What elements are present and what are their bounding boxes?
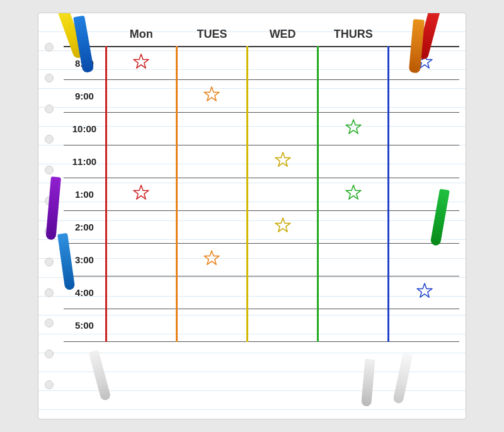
time-cell: 11:00	[64, 145, 106, 178]
header-mon: Mon	[106, 23, 176, 47]
cell-7-thurs	[318, 276, 389, 309]
cell-2-thurs	[318, 112, 389, 145]
schedule-container: Mon TUES WED THURS FRi 8:00 9:00 10:00 1…	[64, 23, 459, 409]
cell-0-wed	[248, 47, 318, 79]
cell-0-tues	[176, 47, 247, 79]
hole-9	[45, 288, 54, 297]
cell-1-fri	[389, 79, 459, 112]
cell-1-mon	[106, 79, 176, 112]
cell-0-thurs	[318, 47, 389, 79]
time-cell: 2:00	[64, 210, 106, 243]
header-tues: TUES	[176, 23, 247, 47]
hole-11	[45, 350, 54, 358]
cell-6-fri	[389, 243, 459, 276]
svg-marker-6	[346, 185, 361, 199]
hole-4	[45, 135, 54, 144]
cell-4-wed	[248, 178, 318, 210]
cell-1-tues	[176, 79, 247, 112]
svg-marker-9	[417, 283, 432, 297]
table-row: 4:00	[64, 276, 459, 309]
cell-2-tues	[176, 112, 247, 145]
cell-5-tues	[176, 210, 247, 243]
cell-4-mon	[106, 178, 176, 210]
cell-2-mon	[106, 112, 176, 145]
cell-5-thurs	[318, 210, 389, 243]
cell-4-tues	[176, 178, 247, 210]
schedule-table: Mon TUES WED THURS FRi 8:00 9:00 10:00 1…	[64, 23, 459, 342]
header-thurs: THURS	[318, 23, 389, 47]
table-row: 5:00	[64, 309, 459, 341]
cell-6-tues	[176, 243, 247, 276]
svg-marker-5	[134, 185, 149, 199]
cell-4-thurs	[318, 178, 389, 210]
cell-5-fri	[389, 210, 459, 243]
cell-5-wed	[248, 210, 318, 243]
hole-12	[45, 380, 54, 389]
cell-3-wed	[248, 145, 318, 178]
table-row: 2:00	[64, 210, 459, 243]
cell-2-wed	[248, 112, 318, 145]
time-cell: 10:00	[64, 112, 106, 145]
cell-6-thurs	[318, 243, 389, 276]
cell-7-mon	[106, 276, 176, 309]
cell-3-mon	[106, 145, 176, 178]
svg-marker-4	[275, 152, 290, 166]
table-row: 9:00	[64, 79, 459, 112]
svg-marker-8	[204, 251, 219, 264]
time-cell: 1:00	[64, 178, 106, 210]
cell-3-fri	[389, 145, 459, 178]
cell-3-thurs	[318, 145, 389, 178]
cell-7-wed	[248, 276, 318, 309]
header-wed: WED	[248, 23, 318, 47]
hole-8	[45, 258, 54, 266]
hole-5	[45, 166, 54, 174]
svg-marker-0	[134, 54, 149, 68]
cell-8-thurs	[318, 309, 389, 341]
hole-1	[45, 43, 54, 52]
hole-3	[45, 105, 54, 113]
cell-6-wed	[248, 243, 318, 276]
cell-7-fri	[389, 276, 459, 309]
table-row: 8:00	[64, 47, 459, 79]
table-row: 3:00	[64, 243, 459, 276]
svg-marker-3	[346, 120, 361, 134]
table-row: 10:00	[64, 112, 459, 145]
cell-1-wed	[248, 79, 318, 112]
notebook: Mon TUES WED THURS FRi 8:00 9:00 10:00 1…	[38, 13, 466, 419]
table-row: 1:00	[64, 178, 459, 210]
cell-1-thurs	[318, 79, 389, 112]
cell-8-wed	[248, 309, 318, 341]
time-cell: 9:00	[64, 79, 106, 112]
table-row: 11:00	[64, 145, 459, 178]
cell-2-fri	[389, 112, 459, 145]
cell-8-tues	[176, 309, 247, 341]
svg-marker-7	[275, 218, 290, 232]
cell-8-fri	[389, 309, 459, 341]
hole-2	[45, 74, 54, 82]
svg-marker-2	[204, 87, 219, 101]
hole-10	[45, 319, 54, 327]
cell-7-tues	[176, 276, 247, 309]
cell-8-mon	[106, 309, 176, 341]
cell-3-tues	[176, 145, 247, 178]
cell-5-mon	[106, 210, 176, 243]
cell-6-mon	[106, 243, 176, 276]
time-cell: 5:00	[64, 309, 106, 341]
cell-0-mon	[106, 47, 176, 79]
